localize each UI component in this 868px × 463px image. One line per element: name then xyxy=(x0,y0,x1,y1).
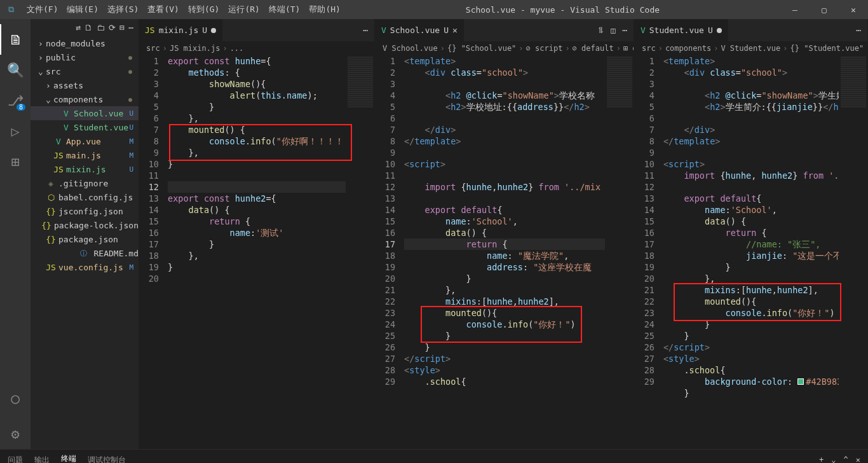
tree-item[interactable]: ⌄components● xyxy=(31,92,139,106)
explorer-header[interactable]: ⇄ 🗋 🗀 ⟳ ⊟ ⋯ xyxy=(31,19,139,36)
tab-bar[interactable]: V Student.vue U ⋯ xyxy=(634,19,867,41)
crumb[interactable]: V Student.vue xyxy=(721,44,780,53)
menu-item[interactable]: 帮助(H) xyxy=(304,4,344,15)
new-terminal-icon[interactable]: + xyxy=(819,455,824,463)
minimap[interactable] xyxy=(346,55,374,449)
minimap[interactable] xyxy=(605,55,634,449)
tab-bar[interactable]: JS mixin.js U ⋯ xyxy=(139,19,374,41)
menu-item[interactable]: 终端(T) xyxy=(264,4,304,15)
crumb[interactable]: {} "School.vue" xyxy=(447,44,516,53)
maximize-button[interactable]: ▢ xyxy=(810,5,839,15)
explorer-action-icon[interactable]: ⇄ xyxy=(76,23,81,32)
new-folder-icon[interactable]: 🗀 xyxy=(97,23,105,32)
crumb[interactable]: V School.vue xyxy=(383,44,438,53)
tree-item[interactable]: ›node_modules xyxy=(31,36,139,50)
tree-item[interactable]: ⓘREADME.md xyxy=(31,246,139,260)
crumb[interactable]: ⊘ script xyxy=(526,44,563,53)
window-controls[interactable]: — ▢ ✕ xyxy=(780,5,868,15)
menu-item[interactable]: 选择(S) xyxy=(103,4,143,15)
new-file-icon[interactable]: 🗋 xyxy=(85,23,93,32)
breadcrumb[interactable]: V School.vue › {} "School.vue" › ⊘ scrip… xyxy=(375,41,634,55)
tree-label: README.md xyxy=(94,249,139,258)
tree-item[interactable]: VSchool.vueU xyxy=(31,106,139,120)
tree-item[interactable]: ›assets xyxy=(31,78,139,92)
tab-bar[interactable]: V School.vue U ✕ ⥮ ◫ ⋯ xyxy=(375,19,634,41)
more-actions-icon[interactable]: ⋯ xyxy=(622,25,627,35)
editor-pane-1: JS mixin.js U ⋯ src › JS mixin.js › ... … xyxy=(139,19,375,449)
explorer-icon[interactable]: 🗎 xyxy=(0,24,31,55)
bottom-panel: 问题输出终端调试控制台 + ⌄ ^ ✕ - Network: http://19… xyxy=(0,449,868,463)
tree-label: package-lock.json xyxy=(54,221,139,230)
tree-label: main.js xyxy=(66,151,101,160)
minimap[interactable] xyxy=(839,55,867,449)
more-actions-icon[interactable]: ⋯ xyxy=(856,25,861,35)
tree-item[interactable]: ⌄src● xyxy=(31,64,139,78)
breadcrumb[interactable]: src › components › V Student.vue › {} "S… xyxy=(634,41,867,55)
source-control-icon[interactable]: ⎇8 xyxy=(0,85,31,116)
extensions-icon[interactable]: ⊞ xyxy=(0,146,31,177)
crumb[interactable]: ⊘ default xyxy=(573,44,614,53)
tab-student-vue[interactable]: V Student.vue U xyxy=(634,19,729,41)
minimize-button[interactable]: — xyxy=(780,5,810,15)
tree-item[interactable]: JSmixin.jsU xyxy=(31,162,139,176)
panel-tab[interactable]: 终端 xyxy=(61,453,76,463)
search-icon[interactable]: 🔍 xyxy=(0,55,31,85)
tree-item[interactable]: ◈.gitignore xyxy=(31,176,139,190)
tree-item[interactable]: ›public● xyxy=(31,50,139,64)
tab-school-vue[interactable]: V School.vue U ✕ xyxy=(375,19,465,41)
panel-tab[interactable]: 调试控制台 xyxy=(88,455,126,464)
terminal-dropdown-icon[interactable]: ⌄ xyxy=(831,455,836,463)
explorer-sidebar: ⇄ 🗋 🗀 ⟳ ⊟ ⋯ ›node_modules›public●⌄src●›a… xyxy=(31,19,139,449)
menu-item[interactable]: 编辑(E) xyxy=(62,4,102,15)
more-icon[interactable]: ⋯ xyxy=(128,23,133,32)
tree-item[interactable]: {}package-lock.json xyxy=(31,218,139,232)
tree-label: public xyxy=(46,53,76,62)
menu-item[interactable]: 查看(V) xyxy=(143,4,183,15)
maximize-panel-icon[interactable]: ^ xyxy=(844,455,848,463)
panel-tab[interactable]: 问题 xyxy=(8,455,23,464)
tree-label: node_modules xyxy=(46,39,105,48)
more-actions-icon[interactable]: ⋯ xyxy=(363,25,368,35)
close-button[interactable]: ✕ xyxy=(839,5,868,15)
crumb[interactable]: {} "Student.vue" xyxy=(790,44,864,53)
crumb[interactable]: JS mixin.js xyxy=(170,44,220,53)
crumb[interactable]: src xyxy=(642,44,656,53)
settings-icon[interactable]: ⚙ xyxy=(0,418,31,449)
menu-bar[interactable]: 文件(F)编辑(E)选择(S)查看(V)转到(G)运行(R)终端(T)帮助(H) xyxy=(22,4,345,15)
code-editor[interactable]: 1234567891011121314151617181920212223242… xyxy=(634,55,867,449)
tree-label: assets xyxy=(53,81,83,90)
menu-item[interactable]: 运行(R) xyxy=(224,4,264,15)
tree-item[interactable]: VStudent.vueU xyxy=(31,120,139,134)
tree-item[interactable]: ⬡babel.config.js xyxy=(31,190,139,204)
tree-label: mixin.js xyxy=(66,165,106,174)
menu-item[interactable]: 文件(F) xyxy=(22,4,62,15)
tree-label: src xyxy=(46,67,60,76)
refresh-icon[interactable]: ⟳ xyxy=(109,23,116,32)
crumb[interactable]: ... xyxy=(230,44,244,53)
tree-item[interactable]: {}jsconfig.json xyxy=(31,204,139,218)
collapse-icon[interactable]: ⊟ xyxy=(119,23,125,32)
accounts-icon[interactable]: ◯ xyxy=(0,383,31,413)
crumb[interactable]: components xyxy=(665,44,711,53)
tree-item[interactable]: {}package.json xyxy=(31,232,139,246)
crumb[interactable]: src xyxy=(146,44,160,53)
tree-item[interactable]: VApp.vueM xyxy=(31,134,139,148)
breadcrumb[interactable]: src › JS mixin.js › ... xyxy=(139,41,374,55)
file-tree[interactable]: ›node_modules›public●⌄src●›assets⌄compon… xyxy=(31,36,139,274)
split-icon[interactable]: ◫ xyxy=(611,25,616,35)
close-panel-icon[interactable]: ✕ xyxy=(856,455,860,463)
menu-item[interactable]: 转到(G) xyxy=(184,4,224,15)
tree-label: App.vue xyxy=(66,137,101,146)
diff-icon[interactable]: ⥮ xyxy=(597,25,604,35)
run-debug-icon[interactable]: ▷ xyxy=(0,116,31,146)
panel-tabs[interactable]: 问题输出终端调试控制台 + ⌄ ^ ✕ xyxy=(0,450,868,463)
code-editor[interactable]: 1234567891011121314151617181920212223242… xyxy=(375,55,634,449)
code-editor[interactable]: 1234567891011121314151617181920 export c… xyxy=(139,55,374,449)
panel-tab[interactable]: 输出 xyxy=(34,455,50,464)
tree-item[interactable]: JSvue.config.jsM xyxy=(31,260,139,274)
close-tab-icon[interactable]: ✕ xyxy=(452,25,458,35)
tree-item[interactable]: JSmain.jsM xyxy=(31,148,139,162)
crumb[interactable]: ⊞ data xyxy=(623,44,634,53)
tree-label: Student.vue xyxy=(74,123,128,132)
tab-mixin-js[interactable]: JS mixin.js U xyxy=(139,19,223,41)
